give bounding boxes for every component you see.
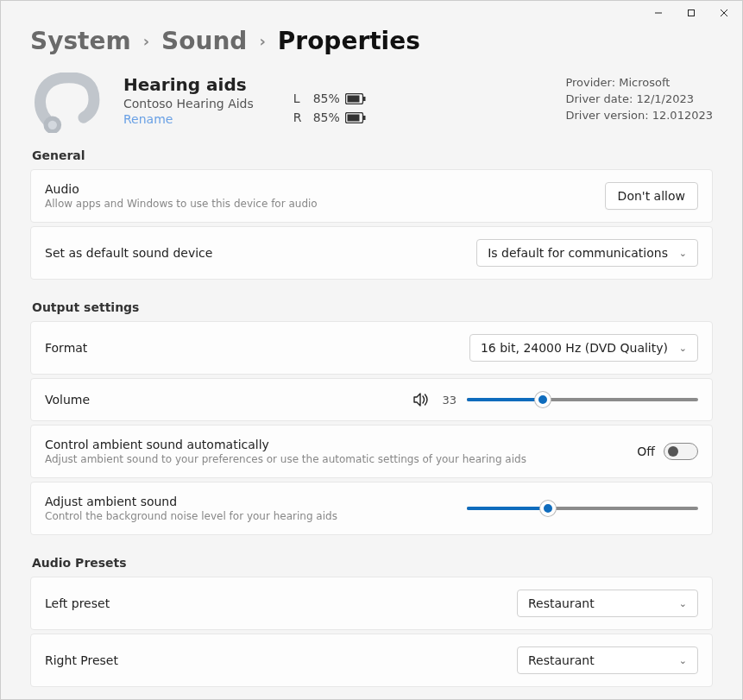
card-volume: Volume 33 — [30, 378, 713, 421]
volume-slider[interactable] — [467, 392, 698, 407]
card-default-device: Set as default sound device Is default f… — [30, 226, 713, 280]
chevron-down-icon: ⌄ — [679, 655, 687, 666]
battery-right-pct: 85% — [309, 110, 340, 124]
left-preset-select[interactable]: Restaurant ⌄ — [517, 590, 698, 617]
chevron-down-icon: ⌄ — [679, 598, 687, 609]
svg-rect-8 — [363, 97, 366, 101]
svg-rect-7 — [347, 95, 359, 102]
breadcrumb-sound[interactable]: Sound — [161, 27, 247, 55]
titlebar — [1, 1, 742, 25]
card-left-preset: Left preset Restaurant ⌄ — [30, 577, 713, 630]
breadcrumb-current: Properties — [278, 27, 420, 55]
format-select[interactable]: 16 bit, 24000 Hz (DVD Quality) ⌄ — [469, 334, 698, 362]
ambient-auto-sub: Adjust ambient sound to your preferences… — [45, 453, 526, 465]
chevron-right-icon: › — [143, 32, 149, 50]
battery-right-letter: R — [293, 110, 304, 124]
battery-left-pct: 85% — [309, 91, 340, 105]
window: System › Sound › Properties Hearing aids… — [0, 0, 743, 700]
default-device-select[interactable]: Is default for communications ⌄ — [476, 239, 698, 267]
device-name: Hearing aids — [123, 74, 254, 95]
section-general: General — [32, 148, 713, 162]
chevron-down-icon: ⌄ — [679, 343, 687, 354]
hearing-aid-icon — [30, 73, 104, 133]
card-ambient-auto: Control ambient sound automatically Adju… — [30, 425, 713, 478]
card-ambient-adjust: Adjust ambient sound Control the backgro… — [30, 482, 713, 535]
battery-left-letter: L — [293, 91, 304, 105]
svg-rect-11 — [363, 116, 366, 120]
ambient-auto-toggle[interactable] — [664, 443, 698, 460]
battery-right: R 85% — [293, 110, 366, 124]
left-preset-value: Restaurant — [528, 596, 595, 610]
device-manufacturer: Contoso Hearing Aids — [123, 97, 254, 110]
default-text: Set as default sound device — [45, 246, 212, 260]
default-device-value: Is default for communications — [488, 246, 668, 260]
svg-rect-1 — [689, 10, 695, 16]
ambient-auto-state: Off — [637, 445, 655, 458]
rename-link[interactable]: Rename — [123, 112, 173, 126]
minimize-button[interactable] — [647, 4, 670, 22]
svg-rect-10 — [347, 114, 359, 121]
card-audio: Audio Allow apps and Windows to use this… — [30, 169, 713, 223]
battery-icon — [345, 112, 366, 123]
driver-date: Driver date: 12/1/2023 — [565, 92, 713, 105]
right-preset-value: Restaurant — [528, 653, 595, 667]
section-output: Output settings — [32, 300, 713, 314]
driver-provider: Provider: Microsoft — [565, 76, 713, 89]
ambient-auto-title: Control ambient sound automatically — [45, 438, 526, 451]
volume-number: 33 — [439, 394, 457, 407]
card-audio-text: Audio Allow apps and Windows to use this… — [45, 182, 318, 210]
volume-title: Volume — [45, 393, 90, 407]
section-presets: Audio Presets — [32, 556, 713, 570]
audio-title: Audio — [45, 182, 318, 196]
breadcrumb: System › Sound › Properties — [30, 27, 713, 55]
driver-version: Driver version: 12.012023 — [565, 109, 713, 122]
ambient-adj-title: Adjust ambient sound — [45, 495, 337, 508]
battery-icon — [345, 93, 366, 104]
chevron-right-icon: › — [259, 32, 265, 50]
default-title: Set as default sound device — [45, 246, 212, 260]
close-button[interactable] — [713, 4, 735, 22]
breadcrumb-system[interactable]: System — [30, 27, 131, 55]
speaker-icon[interactable] — [412, 391, 429, 408]
dont-allow-button[interactable]: Don't allow — [605, 182, 698, 210]
right-preset-title: Right Preset — [45, 653, 118, 667]
svg-point-5 — [48, 121, 57, 129]
format-title: Format — [45, 341, 87, 355]
battery-block: L 85% R 85% — [293, 73, 366, 124]
left-preset-title: Left preset — [45, 596, 110, 610]
card-right-preset: Right Preset Restaurant ⌄ — [30, 634, 713, 687]
audio-sub: Allow apps and Windows to use this devic… — [45, 198, 318, 210]
right-preset-select[interactable]: Restaurant ⌄ — [517, 646, 698, 674]
card-format: Format 16 bit, 24000 Hz (DVD Quality) ⌄ — [30, 321, 713, 375]
content: System › Sound › Properties Hearing aids… — [1, 25, 742, 699]
battery-left: L 85% — [293, 91, 366, 105]
ambient-slider[interactable] — [467, 501, 698, 516]
ambient-adj-sub: Control the background noise level for y… — [45, 510, 337, 522]
chevron-down-icon: ⌄ — [679, 248, 687, 259]
driver-info: Provider: Microsoft Driver date: 12/1/20… — [565, 73, 713, 122]
maximize-button[interactable] — [680, 4, 702, 22]
device-info: Hearing aids Contoso Hearing Aids Rename — [123, 73, 254, 127]
device-header: Hearing aids Contoso Hearing Aids Rename… — [30, 73, 713, 133]
format-value: 16 bit, 24000 Hz (DVD Quality) — [481, 341, 668, 355]
